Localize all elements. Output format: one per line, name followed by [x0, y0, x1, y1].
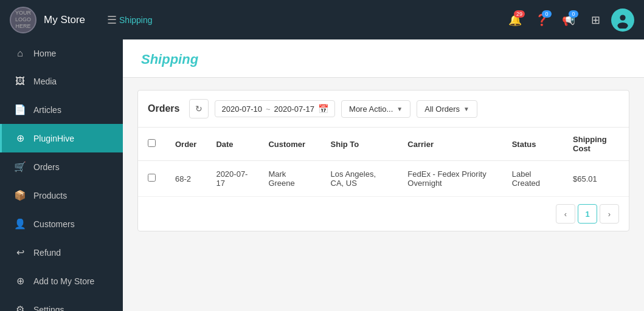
sidebar-label-media: Media — [33, 77, 57, 86]
prev-page-button[interactable]: ‹ — [556, 204, 575, 224]
sidebar-label-add-to-my-store: Add to My Store — [33, 276, 94, 286]
help-button[interactable]: ❓ 0 — [531, 9, 553, 31]
sidebar-label-home: Home — [33, 49, 56, 58]
page-1-button[interactable]: 1 — [578, 204, 597, 224]
date-to: 2020-07-17 — [274, 104, 315, 114]
col-customer: Customer — [258, 128, 320, 161]
sidebar-item-orders[interactable]: 🛒 Orders — [0, 152, 123, 181]
breadcrumb-text: Shipping — [119, 15, 153, 25]
grid-icon: ⊞ — [591, 13, 600, 27]
sidebar-item-settings[interactable]: ⚙ Settings — [0, 295, 123, 311]
app-layout: ⌂ Home 🖼 Media 📄 Articles ⊕ PluginHive 🛒… — [0, 39, 644, 311]
sidebar-item-customers[interactable]: 👤 Customers — [0, 210, 123, 238]
sidebar-label-articles: Articles — [33, 105, 61, 115]
cell-customer-0: Mark Greene — [258, 161, 320, 197]
sidebar-item-home[interactable]: ⌂ Home — [0, 39, 123, 67]
cell-carrier-0: FedEx - Fedex Priority Overnight — [398, 161, 502, 197]
megaphone-button[interactable]: 📢 0 — [558, 9, 580, 31]
chevron-down-icon-2: ▼ — [463, 106, 469, 112]
more-actions-label: More Actio... — [349, 104, 393, 114]
orders-card: Orders ↻ 2020-07-10 ~ 2020-07-17 📅 More … — [137, 90, 629, 231]
more-actions-dropdown[interactable]: More Actio... ▼ — [341, 100, 410, 118]
all-orders-dropdown[interactable]: All Orders ▼ — [417, 100, 477, 118]
add-to-my-store-icon: ⊕ — [14, 275, 26, 287]
cell-ship-to-0: Los Angeles, CA, US — [321, 161, 398, 197]
date-from: 2020-07-10 — [221, 104, 262, 114]
next-page-button[interactable]: › — [600, 204, 619, 224]
home-icon: ⌂ — [14, 48, 26, 59]
date-range-picker[interactable]: 2020-07-10 ~ 2020-07-17 📅 — [215, 100, 335, 117]
svg-point-1 — [620, 15, 625, 20]
col-shipping-cost: Shipping Cost — [563, 128, 629, 161]
topnav-icons: 🔔 29 ❓ 0 📢 0 ⊞ — [504, 9, 634, 32]
grid-button[interactable]: ⊞ — [584, 9, 606, 31]
row-checkbox-cell-0 — [138, 161, 165, 197]
sidebar-item-articles[interactable]: 📄 Articles — [0, 95, 123, 124]
sidebar: ⌂ Home 🖼 Media 📄 Articles ⊕ PluginHive 🛒… — [0, 39, 123, 311]
orders-table: Order Date Customer Ship To Carrier Stat… — [138, 128, 629, 197]
orders-toolbar: Orders ↻ 2020-07-10 ~ 2020-07-17 📅 More … — [138, 91, 629, 128]
sidebar-item-refund[interactable]: ↩ Refund — [0, 238, 123, 267]
cell-shipping-cost-0: $65.01 — [563, 161, 629, 197]
page-header: Shipping — [123, 39, 644, 78]
date-separator: ~ — [266, 104, 271, 114]
articles-icon: 📄 — [14, 104, 26, 115]
cell-order-0: 68-2 — [165, 161, 206, 197]
settings-icon: ⚙ — [14, 304, 26, 311]
top-navigation: YOUR LOGO HERE My Store ☰ Shipping 🔔 29 … — [0, 0, 644, 39]
col-ship-to: Ship To — [321, 128, 398, 161]
sidebar-label-products: Products — [33, 191, 67, 200]
col-status: Status — [502, 128, 563, 161]
orders-icon: 🛒 — [14, 161, 26, 173]
media-icon: 🖼 — [14, 76, 26, 87]
products-icon: 📦 — [14, 190, 26, 201]
sidebar-label-customers: Customers — [33, 219, 75, 229]
logo: YOUR LOGO HERE — [10, 7, 36, 33]
sidebar-label-pluginhive: PluginHive — [33, 134, 74, 143]
col-order: Order — [165, 128, 206, 161]
main-content: Shipping Orders ↻ 2020-07-10 ~ 2020-07-1… — [123, 39, 644, 311]
user-avatar[interactable] — [611, 9, 634, 32]
cell-status-0: Label Created — [502, 161, 563, 197]
sidebar-label-orders: Orders — [33, 162, 60, 172]
refresh-button[interactable]: ↻ — [189, 99, 209, 118]
calendar-icon: 📅 — [318, 104, 328, 114]
chevron-down-icon: ▼ — [396, 106, 403, 112]
page-title: Shipping — [141, 52, 626, 67]
pagination: ‹ 1 › — [138, 197, 629, 231]
sidebar-item-media[interactable]: 🖼 Media — [0, 67, 123, 95]
row-checkbox-0[interactable] — [148, 174, 156, 182]
refund-icon: ↩ — [14, 247, 26, 258]
customers-icon: 👤 — [14, 218, 26, 230]
pluginhive-icon: ⊕ — [14, 132, 26, 144]
cell-date-0: 2020-07-17 — [206, 161, 258, 197]
breadcrumb: ☰ Shipping — [97, 13, 497, 27]
select-all-header — [138, 128, 165, 161]
notifications-bell-button[interactable]: 🔔 29 — [504, 9, 526, 31]
help-badge: 0 — [542, 10, 552, 18]
orders-section-label: Orders — [148, 103, 179, 114]
table-header: Order Date Customer Ship To Carrier Stat… — [138, 128, 629, 161]
sidebar-label-settings: Settings — [33, 305, 64, 312]
table-row: 68-2 2020-07-17 Mark Greene Los Angeles,… — [138, 161, 629, 197]
store-name: My Store — [44, 14, 85, 26]
hamburger-icon[interactable]: ☰ — [107, 13, 117, 27]
sidebar-label-refund: Refund — [33, 248, 61, 258]
bell-badge: 29 — [514, 10, 525, 18]
select-all-checkbox[interactable] — [148, 139, 156, 147]
table-body: 68-2 2020-07-17 Mark Greene Los Angeles,… — [138, 161, 629, 197]
sidebar-item-pluginhive[interactable]: ⊕ PluginHive — [0, 124, 123, 152]
col-date: Date — [206, 128, 258, 161]
sidebar-item-add-to-my-store[interactable]: ⊕ Add to My Store — [0, 267, 123, 295]
megaphone-badge: 0 — [569, 10, 578, 18]
content-area: Orders ↻ 2020-07-10 ~ 2020-07-17 📅 More … — [123, 78, 644, 244]
col-carrier: Carrier — [398, 128, 502, 161]
all-orders-label: All Orders — [424, 104, 460, 114]
sidebar-item-products[interactable]: 📦 Products — [0, 181, 123, 210]
